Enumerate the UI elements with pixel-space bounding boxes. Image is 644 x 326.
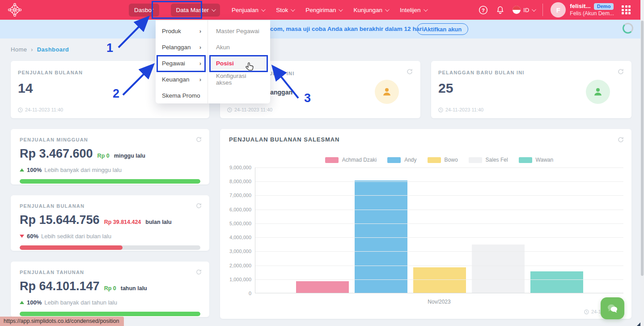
refresh-icon[interactable]: [195, 269, 202, 277]
nav-item-pengiriman[interactable]: Pengiriman: [305, 7, 342, 13]
compare-value: Rp 0: [104, 285, 116, 292]
submenu-item-master-pegawai[interactable]: Master Pegawai: [211, 23, 267, 39]
legend-item[interactable]: Achmad Dzaki: [325, 157, 377, 163]
chevron-down-icon: [385, 7, 390, 12]
trend-row: 100% Lebih banyak dari minggu lalu: [20, 167, 200, 173]
card-title: PELANGGAN BARU BULAN INI: [438, 70, 624, 75]
user-name: felisit...: [570, 3, 591, 10]
progress-bar: [20, 312, 200, 316]
gridline: [255, 195, 623, 196]
submenu-item-konfigurasi-akses[interactable]: Konfigurasi akses: [211, 71, 267, 87]
chat-button[interactable]: [601, 297, 624, 319]
y-axis-tick: 7,000,000: [220, 193, 251, 198]
refresh-icon[interactable]: [406, 68, 413, 77]
gridline: [255, 167, 623, 168]
legend-item[interactable]: Wawan: [519, 157, 554, 163]
menu-item-skema-promo[interactable]: Skema Promo: [156, 87, 208, 103]
trial-notification-bar: com, masa uji coba Anda akan berakhir da…: [0, 20, 644, 39]
menu-item-pelanggan[interactable]: Pelanggan›: [156, 39, 208, 55]
y-axis-tick: 6,000,000: [220, 207, 251, 212]
chevron-down-icon: [261, 7, 266, 12]
submenu-item-posisi[interactable]: Posisi: [211, 56, 267, 70]
legend-swatch-icon: [325, 157, 339, 163]
chevron-down-icon: [291, 7, 295, 12]
indonesia-flag-icon: [513, 6, 521, 14]
y-axis-tick: 5,000,000: [220, 221, 251, 226]
bar-wawan: [530, 271, 583, 293]
scrollbar[interactable]: [640, 0, 644, 326]
chevron-right-icon: ›: [199, 28, 201, 34]
customer-avatar-green: [586, 80, 610, 104]
gridline: [255, 251, 623, 252]
progress-bar: [20, 179, 200, 184]
card-penjualan-bulanan: PENJUALAN BULANAN Rp 15.644.756 Rp 39.81…: [11, 195, 209, 251]
y-axis-tick: 1,000,000: [220, 277, 251, 282]
language-selector[interactable]: ID: [513, 6, 535, 14]
trial-message: com, masa uji coba Anda akan berakhir da…: [270, 26, 425, 32]
submenu-item-akun[interactable]: Akun: [211, 39, 267, 55]
top-navbar: Dasbor Data Master Penjualan Stok Pengir…: [0, 0, 644, 20]
nav-item-penjualan[interactable]: Penjualan: [232, 7, 264, 13]
brand-logo-icon[interactable]: [8, 3, 21, 18]
gridline: [255, 266, 623, 266]
customer-avatar-orange: [375, 80, 399, 104]
activate-account-button[interactable]: Aktifkan akun: [417, 23, 468, 35]
gridline: [255, 210, 623, 210]
breadcrumb: Home › Dashboard: [11, 46, 69, 53]
nav-item-kunjungan[interactable]: Kunjungan: [353, 7, 388, 13]
legend-label: Bowo: [445, 157, 458, 163]
card-title: PENJUALAN BULANAN: [20, 203, 200, 209]
trend-up-icon: [20, 301, 24, 304]
gridline: [255, 279, 623, 280]
user-subtitle: Felis (Akun Dem...: [570, 10, 614, 17]
menu-item-keuangan[interactable]: Keuangan›: [156, 71, 208, 87]
nav-item-stok[interactable]: Stok: [276, 7, 294, 13]
nav-item-dasbor[interactable]: Dasbor: [129, 4, 159, 17]
legend-item[interactable]: Bowo: [428, 157, 458, 163]
refresh-icon[interactable]: [195, 136, 202, 145]
chart-bars: [255, 180, 623, 293]
notifications-bell-icon[interactable]: [496, 5, 505, 15]
menu-item-produk[interactable]: Produk›: [156, 23, 208, 39]
progress-bar: [20, 245, 200, 250]
chart-title: PENJUALAN BULANAN SALESMAN: [229, 136, 339, 143]
bar-bowo: [413, 267, 466, 293]
legend-item[interactable]: Andy: [387, 157, 416, 163]
legend-swatch-icon: [469, 157, 482, 163]
card-value: Rp 3.467.600: [20, 147, 93, 161]
help-icon[interactable]: ?: [479, 5, 488, 15]
breadcrumb-home[interactable]: Home: [11, 46, 27, 53]
legend-label: Sales Fel: [486, 157, 508, 163]
gridline: [255, 237, 623, 238]
scrollbar-thumb[interactable]: [641, 21, 644, 276]
card-value: Rp 15.644.756: [20, 213, 100, 227]
chart-x-label: Nov/2023: [255, 299, 623, 305]
apps-grid-icon[interactable]: [622, 5, 631, 14]
refresh-icon[interactable]: [617, 136, 624, 145]
breadcrumb-separator-icon: ›: [31, 47, 33, 53]
legend-swatch-icon: [428, 157, 441, 163]
refresh-icon[interactable]: [195, 202, 202, 211]
user-menu[interactable]: F felisit... Demo Felis (Akun Dem...: [551, 2, 614, 17]
divider: [542, 4, 543, 16]
legend-swatch-icon: [387, 157, 401, 163]
trend-up-icon: [20, 168, 24, 172]
y-axis-tick: 8,000,000: [220, 179, 251, 184]
avatar: F: [551, 2, 566, 17]
chevron-right-icon: ›: [199, 76, 201, 83]
card-penjualan-mingguan: PENJUALAN MINGGUAN Rp 3.467.600 Rp 0 min…: [11, 129, 209, 184]
y-axis-tick: 4,000,000: [220, 235, 251, 240]
menu-item-pegawai[interactable]: Pegawai›: [156, 55, 208, 71]
trend-row: 100% Lebih banyak dari tahun lalu: [20, 299, 200, 306]
chevron-down-icon: [212, 7, 216, 12]
refresh-icon[interactable]: [617, 68, 624, 77]
chat-bubbles-icon: [606, 303, 619, 314]
card-title: PENJUALAN TAHUNAN: [20, 270, 200, 275]
nav-item-data-master[interactable]: Data Master: [171, 4, 220, 17]
legend-label: Andy: [404, 157, 416, 163]
nav-item-intelijen[interactable]: Intelijen: [400, 7, 427, 13]
legend-item[interactable]: Sales Fel: [469, 157, 508, 163]
chevron-down-icon: [532, 7, 536, 12]
legend-label: Wawan: [536, 157, 554, 163]
y-axis-tick: 3,000,000: [220, 249, 251, 254]
